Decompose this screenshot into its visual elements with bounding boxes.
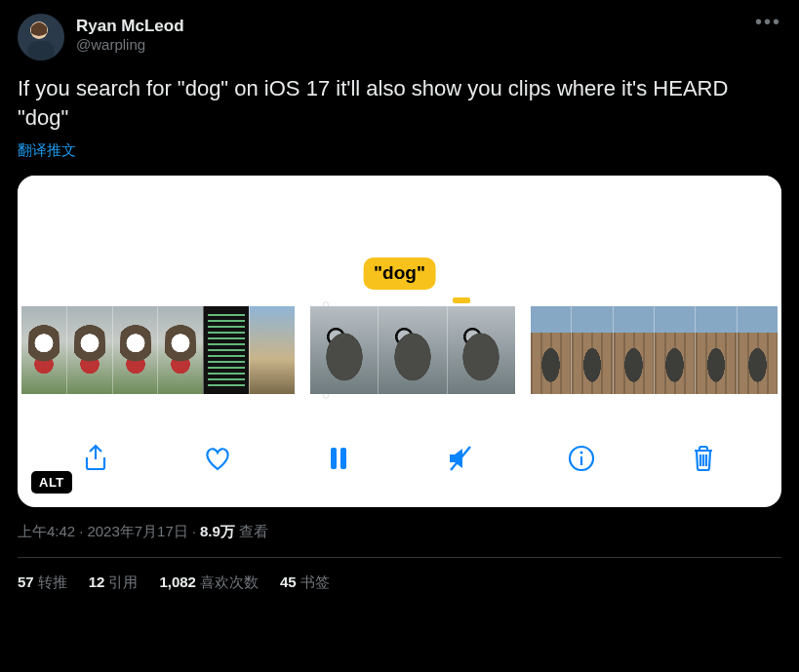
playhead-marker-icon	[453, 297, 470, 303]
mute-icon[interactable]	[439, 437, 482, 480]
clip-group[interactable]	[531, 306, 778, 394]
video-timeline[interactable]	[18, 306, 781, 394]
trash-icon[interactable]	[682, 437, 725, 480]
tweet-text: If you search for "dog" on iOS 17 it'll …	[18, 74, 781, 132]
quotes-stat[interactable]: 12引用	[89, 573, 139, 592]
svg-rect-3	[331, 448, 337, 469]
clip-group[interactable]	[21, 306, 295, 394]
timeline-thumbnail[interactable]	[447, 306, 515, 394]
display-name[interactable]: Ryan McLeod	[76, 16, 184, 36]
timeline-thumbnail[interactable]	[613, 306, 654, 394]
alt-badge[interactable]: ALT	[31, 471, 72, 494]
timeline-thumbnail[interactable]	[378, 306, 446, 394]
tweet-header: Ryan McLeod @warpling	[18, 14, 781, 60]
author-names: Ryan McLeod @warpling	[76, 16, 184, 55]
timeline-thumbnail[interactable]	[249, 306, 295, 394]
timeline-thumbnail[interactable]	[203, 306, 249, 394]
tweet-container: Ryan McLeod @warpling ••• If you search …	[0, 0, 799, 592]
views-count[interactable]: 8.9万	[200, 523, 235, 539]
avatar[interactable]	[18, 14, 64, 60]
tweet-meta: 上午4:42·2023年7月17日·8.9万 查看	[18, 523, 781, 541]
handle[interactable]: @warpling	[76, 36, 184, 55]
heart-icon[interactable]	[196, 437, 239, 480]
timeline-thumbnail[interactable]	[112, 306, 158, 394]
tweet-time[interactable]: 上午4:42	[18, 523, 75, 539]
tweet-stats: 57转推 12引用 1,082喜欢次数 45书签	[18, 558, 781, 592]
search-term-pill: "dog"	[363, 257, 436, 290]
timeline-thumbnail[interactable]	[654, 306, 695, 394]
pause-icon[interactable]	[317, 437, 360, 480]
svg-rect-2	[27, 41, 55, 60]
timeline-thumbnail[interactable]	[531, 306, 571, 394]
views-label: 查看	[239, 523, 268, 539]
timeline-thumbnail[interactable]	[571, 306, 612, 394]
svg-rect-4	[340, 448, 346, 469]
retweets-stat[interactable]: 57转推	[18, 573, 67, 592]
timeline-thumbnail[interactable]	[21, 306, 66, 394]
bookmarks-stat[interactable]: 45书签	[280, 573, 330, 592]
tweet-date[interactable]: 2023年7月17日	[87, 523, 187, 539]
timeline-thumbnail[interactable]	[157, 306, 203, 394]
translate-link[interactable]: 翻译推文	[18, 141, 781, 160]
svg-point-7	[580, 452, 583, 455]
clip-group[interactable]	[310, 306, 515, 394]
info-icon[interactable]	[560, 437, 603, 480]
share-icon[interactable]	[74, 437, 117, 480]
timeline-thumbnail[interactable]	[310, 306, 378, 394]
timeline-thumbnail[interactable]	[737, 306, 778, 394]
more-options-icon[interactable]: •••	[755, 12, 781, 31]
timeline-thumbnail[interactable]	[66, 306, 112, 394]
media-card[interactable]: "dog"	[18, 176, 781, 507]
timeline-thumbnail[interactable]	[695, 306, 736, 394]
likes-stat[interactable]: 1,082喜欢次数	[159, 573, 259, 592]
media-controls	[18, 437, 781, 480]
